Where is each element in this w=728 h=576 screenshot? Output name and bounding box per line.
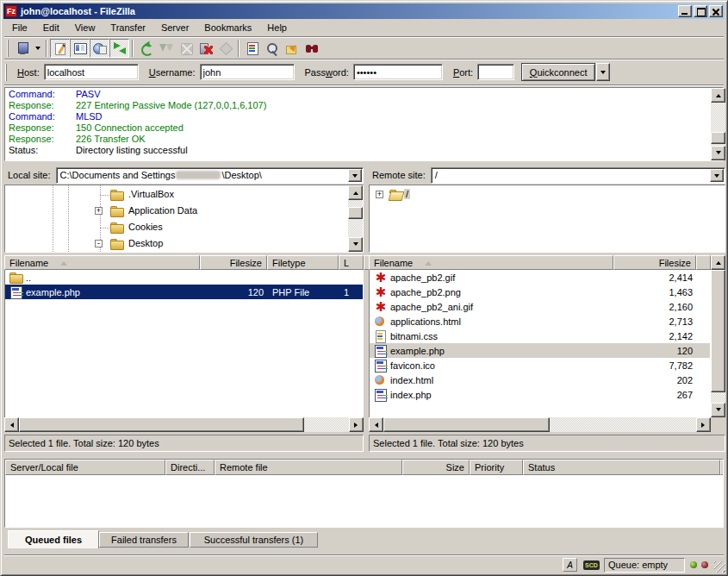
username-input[interactable] [200,64,295,80]
menu-item-view[interactable]: View [67,20,103,35]
column-header-filesize[interactable]: Filesize [613,255,696,270]
menu-item-file[interactable]: File [4,20,35,35]
menu-item-transfer[interactable]: Transfer [103,20,153,35]
scroll-up-button[interactable] [348,185,363,200]
tree-item-virtualbox[interactable]: .VirtualBox [5,187,363,203]
menu-item-help[interactable]: Help [259,20,295,35]
local-site-combo[interactable]: C:\Documents and Settings\Desktop\ [56,167,364,184]
column-header-server-local-file[interactable]: Server/Local file [5,460,165,475]
file-row-favicon-ico[interactable]: favicon.ico7,782 [370,358,710,373]
reconnect-button[interactable] [215,39,235,58]
file-row-example-php[interactable]: example.php120PHP File1 [5,285,363,299]
tab-failed-transfers[interactable]: Failed transfers [99,532,189,548]
quickconnect-dropdown[interactable] [596,63,610,81]
site-manager-dropdown[interactable] [32,39,43,58]
local-site-label: Local site: [8,170,51,180]
file-row-bitnami-css[interactable]: bitnami.css2,142 [370,329,710,343]
file-row-blank[interactable]: .. [5,270,363,285]
scroll-up-button[interactable] [711,88,725,103]
resize-grip[interactable] [714,561,725,573]
scrollbar-thumb[interactable] [711,132,725,144]
column-header-filename[interactable]: Filename [369,255,613,270]
file-name: apache_pb2.gif [390,271,455,285]
column-header-directi[interactable]: Directi... [165,460,215,475]
toolbar-separator [46,40,47,57]
menu-item-bookmarks[interactable]: Bookmarks [196,20,259,35]
file-row-apache-pb2-gif[interactable]: apache_pb2.gif2,414 [370,270,710,285]
file-row-apache-pb2-ani-gif[interactable]: apache_pb2_ani.gif2,160 [370,299,710,314]
directory-comparison-button[interactable] [262,39,282,58]
expand-plus-icon[interactable]: + [95,207,103,215]
close-button[interactable] [709,5,723,17]
toggle-transfer-queue-button[interactable] [109,39,129,58]
column-header-l[interactable]: L [339,255,364,270]
scrollbar-thumb[interactable] [383,417,550,432]
collapse-minus-icon[interactable]: - [95,240,103,247]
host-input[interactable] [44,64,139,80]
scrollbar-thumb[interactable] [711,270,725,392]
password-input[interactable] [353,64,443,80]
tree-item-cookies[interactable]: Cookies [5,220,363,236]
file-cell: 2,160 [614,299,697,314]
tree-item-desktop[interactable]: -Desktop [5,236,363,253]
cancel-operation-button[interactable] [176,39,196,58]
toggle-message-log-button[interactable] [50,39,70,58]
column-header-filesize[interactable]: Filesize [200,255,267,270]
tab-queued-files[interactable]: Queued files [8,530,99,548]
scroll-right-button[interactable] [696,417,711,432]
tab-successful-transfers-1[interactable]: Successful transfers (1) [190,532,318,548]
toggle-local-tree-button[interactable] [70,39,90,58]
scroll-right-button[interactable] [349,417,364,432]
scroll-up-button[interactable] [711,255,725,270]
file-row-applications-html[interactable]: applications.html2,713 [370,314,710,329]
file-row-example-php[interactable]: example.php120 [370,343,710,358]
directory-filters-button[interactable] [242,39,262,58]
toggle-remote-tree-button[interactable] [90,39,109,58]
menu-item-edit[interactable]: Edit [35,20,67,35]
scroll-down-button[interactable] [348,237,363,252]
process-queue-button[interactable] [156,39,176,58]
site-manager-button[interactable] [12,39,32,58]
synchronized-browsing-button[interactable] [282,39,302,58]
tree-item-application-data[interactable]: +Application Data [5,203,363,220]
log-scrollbar[interactable] [711,88,725,160]
file-row-index-php[interactable]: index.php267 [370,387,710,402]
column-header-status[interactable]: Status [523,460,720,475]
file-row-index-html[interactable]: index.html202 [370,373,710,387]
disconnect-button[interactable] [196,39,215,58]
column-header-priority[interactable]: Priority [470,460,523,475]
find-files-button[interactable] [302,39,321,58]
column-header-filetype[interactable]: Filetype [267,255,339,270]
column-header-remote-file[interactable]: Remote file [215,460,402,475]
local-hscrollbar[interactable] [4,417,364,432]
refresh-button[interactable] [136,39,156,58]
scroll-down-button[interactable] [711,146,725,160]
file-name-cell: apache_pb2.png [370,285,614,299]
maximize-button[interactable] [694,5,707,17]
file-name-cell: example.php [5,285,201,299]
scroll-down-button[interactable] [711,403,725,417]
remote-site-dropdown[interactable] [710,169,724,182]
remote-vscrollbar[interactable] [711,255,725,417]
tree-item-blank[interactable]: +/ [370,187,725,203]
local-site-dropdown[interactable] [348,169,362,182]
remote-site-combo[interactable]: / [431,167,725,184]
scroll-left-button[interactable] [369,417,383,432]
scroll-left-button[interactable] [4,417,19,432]
titlebar[interactable]: Fz john@localhost - FileZilla [3,3,725,19]
port-input[interactable] [477,64,514,80]
menu-item-server[interactable]: Server [153,20,196,35]
file-name-cell: bitnami.css [370,329,614,343]
file-name-cell: apache_pb2.gif [370,270,614,285]
arrow-down-icon [716,408,721,414]
remote-hscrollbar[interactable] [369,417,711,432]
expand-plus-icon[interactable]: + [376,191,383,198]
scrollbar-thumb[interactable] [19,417,304,432]
minimize-button[interactable] [678,5,692,17]
column-header-size[interactable]: Size [402,460,470,475]
local-tree-scrollbar[interactable] [348,185,363,252]
scrollbar-thumb[interactable] [348,207,363,219]
file-row-apache-pb2-png[interactable]: apache_pb2.png1,463 [370,285,710,299]
quickconnect-button[interactable]: Quickconnect [521,63,595,81]
column-header-filename[interactable]: Filename [4,255,200,270]
